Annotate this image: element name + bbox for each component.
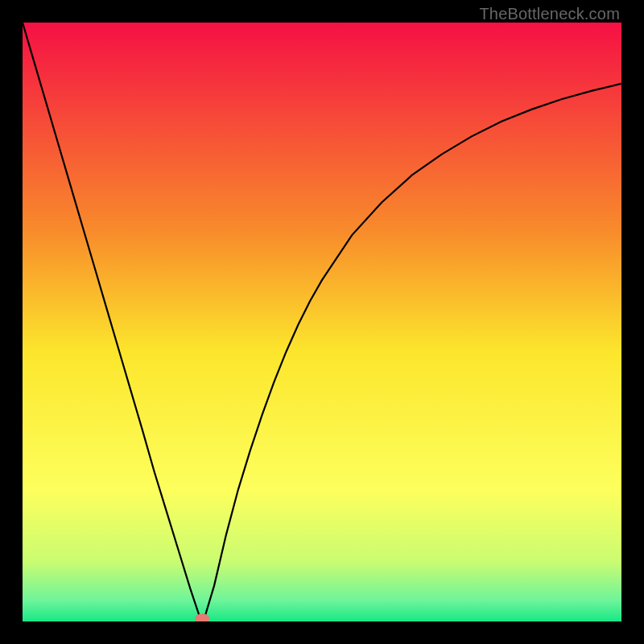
watermark-text: TheBottleneck.com <box>479 5 620 23</box>
chart-background <box>23 23 621 621</box>
chart-frame <box>23 23 621 621</box>
bottleneck-chart <box>23 23 621 621</box>
